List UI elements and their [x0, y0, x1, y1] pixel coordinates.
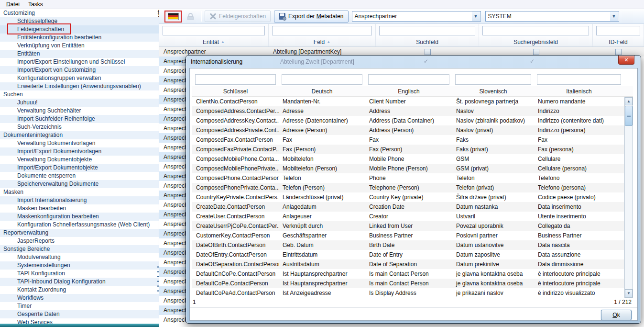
table-row[interactable]: ComposedPhone.ContactPersonTelefonPhoneT… — [192, 173, 624, 183]
table-row[interactable]: ComposedPhonePrivate.Conta...Telefon (Pe… — [192, 183, 624, 192]
table-row[interactable]: DefaultCoPe.ContactPersonIst Hauptanspre… — [192, 279, 624, 288]
checkbox[interactable] — [533, 49, 539, 55]
dialog-filter-input-schl-ssel[interactable] — [195, 74, 276, 85]
sidebar-item-reportverwaltung[interactable]: Reportverwaltung — [0, 229, 159, 237]
filter-input-id-feld[interactable] — [596, 26, 640, 35]
checkbox[interactable] — [425, 49, 431, 55]
sidebar-item-import-export-dokumentobjekte[interactable]: Import/Export Dokumentobjekte — [0, 164, 159, 172]
table-row[interactable]: ComposedAddressKey.Contact...Adresse (Da… — [192, 116, 624, 125]
table-row[interactable]: ComposedMobilePhonePrivate...Mobiltelefo… — [192, 164, 624, 173]
sidebar-item-import-export-einstellungen-und-schl-ssel[interactable]: Import/Export Einstellungen und Schlüsse… — [0, 58, 159, 66]
sidebar-item-import-export-dokumentvorlagen[interactable]: Import/Export Dokumentvorlagen — [0, 147, 159, 156]
dialog-title-bar[interactable]: Internationalisierung Abteilung Zweit [D… — [186, 56, 641, 68]
sidebar-item-systemeinstellungen[interactable]: Systemeinstellungen — [0, 261, 159, 270]
sidebar-item-sonstige-bereiche[interactable]: Sonstige Bereiche — [0, 245, 159, 253]
filter-input-entit-t[interactable] — [163, 26, 265, 35]
user-dropdown[interactable]: SYSTEM ▼ — [485, 11, 619, 22]
table-row[interactable]: ComposedFax.ContactPersonFaxFaxFaksFax — [192, 135, 624, 145]
scrollbar-thumb[interactable] — [625, 106, 633, 126]
splitter-grip-icon[interactable] — [157, 266, 159, 292]
sidebar-item-feldeigenschaften[interactable]: Feldeigenschaften — [0, 25, 159, 34]
language-flag-button[interactable] — [164, 11, 182, 23]
table-row[interactable]: ComposedAddress.ContactPer...AdresseAddr… — [192, 106, 624, 116]
table-row[interactable]: CountryKeyPrivate.ContactPers...Ländersc… — [192, 192, 624, 202]
table-cell: Linked from User — [365, 221, 452, 231]
menu-item-tasks[interactable]: Tasks — [24, 0, 47, 9]
filter-input-feld[interactable] — [272, 26, 372, 35]
tools-icon — [209, 13, 216, 20]
column-header-entit-t[interactable]: Entität▲ — [159, 37, 269, 46]
sidebar-item-workflows[interactable]: Workflows — [0, 294, 159, 302]
dialog-filter-input-englisch[interactable] — [368, 74, 449, 85]
sidebar-item-schl-sselpflege[interactable]: Schlüsselpflege — [0, 17, 159, 25]
table-row[interactable]: ComposedAddressPrivate.Cont...Adresse (P… — [192, 125, 624, 135]
menu-item-datei[interactable]: Datei — [2, 0, 24, 9]
sidebar-item-gesperrte-daten[interactable]: Gesperrte Daten — [0, 310, 159, 318]
sidebar-item-konfiguration-schnellerfassungsmaske-web-client[interactable]: Konfiguration Schnellerfassungsmaske (We… — [0, 221, 159, 229]
table-row[interactable]: DateOfBirth.ContactPersonGeb. DatumBirth… — [192, 240, 624, 250]
sidebar-item-dokumentenintegration[interactable]: Dokumentenintegration — [0, 131, 159, 139]
dialog-column-header-deutsch[interactable]: Deutsch — [279, 86, 365, 96]
dialog-filter-input-deutsch[interactable] — [282, 74, 362, 85]
sidebar-item-modulverwaltung[interactable]: Modulverwaltung — [0, 253, 159, 261]
sidebar-item-entit-tenkonfiguration-bearbeiten[interactable]: Entitätenkonfiguration bearbeiten — [0, 34, 159, 42]
sidebar-item-speicherverwaltung-dokumente[interactable]: Speicherverwaltung Dokumente — [0, 180, 159, 188]
table-row[interactable]: CreateUserrPjCoPe.ContactPer...Verknüpft… — [192, 221, 624, 231]
sidebar-item-juhuuu[interactable]: Juhuuu! — [0, 99, 159, 107]
dialog-column-header-englisch[interactable]: Englisch — [365, 86, 452, 96]
scroll-up-button[interactable]: ▲ — [625, 97, 633, 105]
sidebar-item-entit-ten[interactable]: Entitäten — [0, 50, 159, 58]
table-row[interactable]: ComposedFaxPrivate.ContactP...Fax (Perso… — [192, 145, 624, 154]
table-row[interactable]: DefaultCnCoPe.ContactPersonIst Hauptansp… — [192, 269, 624, 279]
sidebar-item-jasperreports[interactable]: JasperReports — [0, 237, 159, 245]
filter-input-suchfeld[interactable] — [379, 26, 475, 35]
dialog-column-header-schl-ssel[interactable]: Schlüssel — [192, 86, 279, 96]
table-row[interactable]: CreateUser.ContactPersonAnlageuserCreato… — [192, 212, 624, 221]
sidebar-item-import-export-von-customizing[interactable]: Import/Export von Customizing — [0, 66, 159, 74]
sidebar-item-tapi-konfiguration[interactable]: TAPI Konfiguration — [0, 270, 159, 278]
column-header-suchfeld[interactable]: Suchfeld — [376, 37, 479, 46]
sidebar-item-suchen[interactable]: Suchen — [0, 90, 159, 99]
field-properties-button[interactable]: Feldeigenschaften — [205, 11, 271, 22]
entity-dropdown[interactable]: Ansprechpartner ▼ — [352, 11, 481, 22]
dialog-column-header-italienisch[interactable]: Italienisch — [534, 86, 624, 96]
table-row[interactable]: CreateDate.ContactPersonAnlagedatumCreat… — [192, 202, 624, 212]
table-row[interactable]: DefaultCoPeAd.ContactPersonIst Anzeigead… — [192, 288, 624, 298]
sidebar-item-masken-bearbeiten[interactable]: Masken bearbeiten — [0, 204, 159, 213]
sidebar-item-tapi-inbound-dialog-konfiguration[interactable]: TAPI-Inbound Dialog Konfiguration — [0, 278, 159, 286]
sidebar-item-erweiterte-einstellungen-anwendungsvariablen[interactable]: Erweiterte Einstellungen (Anwendungsvari… — [0, 82, 159, 90]
dialog-filter-input-slovenisch[interactable] — [455, 74, 531, 85]
sidebar-item-verkn-pfung-von-entit-ten[interactable]: Verknüpfung von Entitäten — [0, 42, 159, 50]
sidebar-item-import-internationalisierung[interactable]: Import Internationalisierung — [0, 196, 159, 204]
sidebar-item-maskenkonfiguration-bearbeiten[interactable]: Maskenkonfiguration bearbeiten — [0, 213, 159, 221]
column-header-id-feld[interactable]: ID-Feld — [593, 37, 644, 46]
filter-input-suchergebnisfeld[interactable] — [482, 26, 589, 35]
ok-button[interactable]: Ok — [601, 310, 632, 320]
sidebar-item-import-suchfelder-reihenfolge[interactable]: Import Suchfelder-Reihenfolge — [0, 115, 159, 123]
export-metadata-button[interactable]: Export der Metadaten — [274, 11, 348, 23]
sidebar-item-timer[interactable]: Timer — [0, 302, 159, 310]
scroll-down-button[interactable]: ▼ — [625, 289, 633, 297]
dialog-filter-input-italienisch[interactable] — [537, 74, 621, 85]
vertical-scrollbar[interactable]: ▲ ▼ — [624, 97, 633, 298]
column-header-feld[interactable]: Feld▲ — [269, 37, 376, 46]
table-row[interactable]: CustomerKey.ContactPersonGeschäftspartne… — [192, 231, 624, 240]
column-header-suchergebnisfeld[interactable]: Suchergebnisfeld — [479, 37, 593, 46]
dialog-column-header-slovenisch[interactable]: Slovenisch — [452, 86, 534, 96]
sidebar-item-konfigurationsgruppen-verwalten[interactable]: Konfigurationsgruppen verwalten — [0, 74, 159, 82]
sidebar-item-kontakt-zuordnung[interactable]: Kontakt Zuordnung — [0, 286, 159, 294]
sidebar-item-dokumente-entsperren[interactable]: Dokumente entsperren — [0, 172, 159, 180]
sidebar-item-masken[interactable]: Masken — [0, 188, 159, 196]
table-row[interactable]: DateOfSeparation.ContactPersonAustrittsd… — [192, 259, 624, 269]
close-button[interactable]: ✕ — [618, 56, 634, 65]
table-row[interactable]: DateOfEntry.ContactPersonEintrittsdatumD… — [192, 250, 624, 259]
sidebar-item-verwaltung-dokumentvorlagen[interactable]: Verwaltung Dokumentvorlagen — [0, 139, 159, 147]
sidebar-item-customizing[interactable]: Customizing — [0, 9, 159, 17]
dialog-filter-row — [192, 73, 633, 86]
checkbox[interactable] — [615, 49, 622, 55]
table-row[interactable]: ComposedMobilePhone.Conta...Mobiltelefon… — [192, 154, 624, 164]
sidebar-item-verwaltung-dokumentobjekte[interactable]: Verwaltung Dokumentobjekte — [0, 156, 159, 164]
sidebar-item-such-verzeichnis[interactable]: Such-Verzeichnis — [0, 123, 159, 131]
sidebar-item-verwaltung-suchbeh-lter[interactable]: Verwaltung Suchbehälter — [0, 107, 159, 115]
table-row[interactable]: ClientNo.ContactPersonMandanten-Nr.Clien… — [192, 97, 624, 106]
